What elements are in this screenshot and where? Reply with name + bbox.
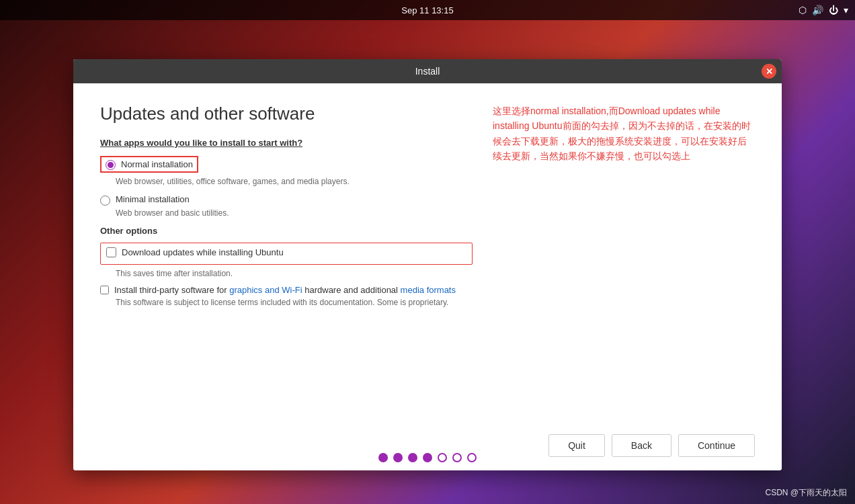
close-icon: ✕ <box>766 67 773 77</box>
annotation-text: 这里选择normal installation,而Download update… <box>493 103 755 164</box>
back-button[interactable]: Back <box>612 434 671 457</box>
minimal-installation-radio[interactable] <box>100 196 110 206</box>
dialog-title: Install <box>415 66 440 77</box>
third-party-label: Install third-party software for graphic… <box>114 285 456 295</box>
dot-1 <box>378 453 388 462</box>
volume-icon: 🔊 <box>812 5 823 15</box>
content-area: Updates and other software What apps wou… <box>73 83 782 421</box>
topbar-icons: ⬡ 🔊 ⏻ ▾ <box>799 5 848 15</box>
third-party-checkbox[interactable] <box>100 286 109 294</box>
normal-installation-box: Normal installation <box>100 156 198 173</box>
page-heading: Updates and other software <box>100 103 473 124</box>
install-dialog: Install ✕ Updates and other software Wha… <box>73 59 782 470</box>
network-icon: ⬡ <box>799 5 807 15</box>
third-party-text-blue2: media formats <box>401 285 456 295</box>
third-party-desc-end: included with its documentation. Some is… <box>258 298 448 307</box>
right-panel: 这里选择normal installation,而Download update… <box>473 103 755 407</box>
dialog-footer: Quit Back Continue <box>73 421 782 470</box>
install-question: What apps would you like to install to s… <box>100 138 473 148</box>
quit-button[interactable]: Quit <box>548 434 605 457</box>
minimal-installation-option[interactable]: Minimal installation <box>100 194 473 206</box>
dot-4 <box>423 453 432 462</box>
normal-installation-radio[interactable] <box>106 160 116 170</box>
watermark-text: CSDN @下雨天的太阳 <box>765 488 847 497</box>
third-party-row[interactable]: Install third-party software for graphic… <box>100 285 473 295</box>
download-updates-row[interactable]: Download updates while installing Ubuntu <box>106 247 466 257</box>
minimal-installation-label: Minimal installation <box>116 194 190 204</box>
datetime-label: Sep 11 13:15 <box>401 5 453 15</box>
power-icon: ⏻ <box>829 5 838 15</box>
download-updates-checkbox[interactable] <box>106 247 116 257</box>
download-updates-label: Download updates while installing Ubuntu <box>122 247 284 257</box>
third-party-desc-start: This software is subject to license <box>116 298 238 307</box>
dot-7 <box>467 453 477 462</box>
minimal-installation-description: Web browser and basic utilities. <box>116 208 473 218</box>
download-updates-container: Download updates while installing Ubuntu <box>100 243 473 265</box>
continue-button[interactable]: Continue <box>678 434 755 457</box>
normal-installation-option[interactable]: Normal installation <box>100 156 473 174</box>
topbar: Sep 11 13:15 ⬡ 🔊 ⏻ ▾ <box>0 0 855 20</box>
dot-5 <box>438 453 447 462</box>
left-panel: Updates and other software What apps wou… <box>100 103 473 407</box>
third-party-description: This software is subject to license term… <box>116 298 473 307</box>
dot-2 <box>393 453 403 462</box>
watermark: CSDN @下雨天的太阳 <box>765 487 847 499</box>
dropdown-icon: ▾ <box>844 5 848 15</box>
third-party-text-start: Install third-party software for <box>114 285 229 295</box>
dot-3 <box>408 453 417 462</box>
dialog-content: Updates and other software What apps wou… <box>73 83 782 470</box>
third-party-text-blue1: graphics and Wi-Fi <box>229 285 302 295</box>
normal-installation-label: Normal installation <box>121 159 193 169</box>
topbar-datetime: Sep 11 13:15 <box>401 5 453 15</box>
dot-6 <box>452 453 462 462</box>
dialog-titlebar: Install ✕ <box>73 59 782 83</box>
other-options-heading: Other options <box>100 226 473 236</box>
dialog-close-button[interactable]: ✕ <box>762 64 776 79</box>
third-party-text-mid: hardware and additional <box>302 285 401 295</box>
progress-dots <box>378 453 477 462</box>
third-party-terms-link[interactable]: terms <box>238 298 258 307</box>
download-updates-description: This saves time after installation. <box>116 269 473 278</box>
normal-installation-description: Web browser, utilities, office software,… <box>116 177 473 186</box>
